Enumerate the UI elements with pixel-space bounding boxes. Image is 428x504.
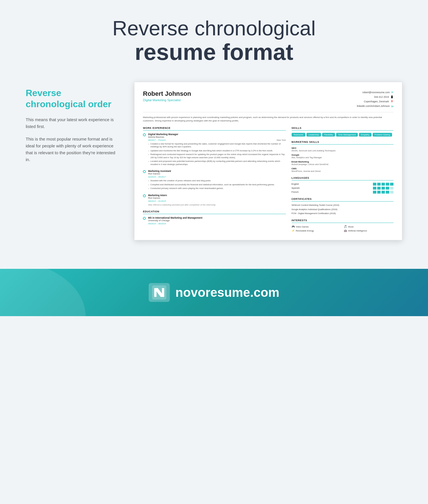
- work-experience-section-title: WORK EXPERIENCE: [143, 127, 286, 131]
- contact-linkedin: linkedin.com/in/robert.Johnson in: [357, 104, 393, 109]
- edu-dot-1: [143, 217, 146, 220]
- resume-right-column: SKILLS Teamwork Leadership Flexibility T…: [292, 127, 394, 232]
- contact-email-text: robert@novoresume.com: [362, 90, 390, 95]
- resume-name: Robert Johnson: [143, 90, 191, 97]
- bar-2: [377, 187, 381, 190]
- marketing-skill-email: Email Marketing ActiveCampaign, Litmus a…: [292, 160, 394, 166]
- language-spanish-bars: [373, 187, 393, 190]
- job-title-1: Digital Marketing Manager: [148, 133, 286, 136]
- language-spanish-label: Spanish: [292, 187, 306, 189]
- degree-1: MS in International Marketing and Manage…: [148, 216, 286, 219]
- left-description-1: This means that your latest work experie…: [26, 116, 117, 130]
- interest-video-games-label: Video Games: [296, 225, 309, 228]
- company-2: Riot Games: [148, 172, 286, 175]
- bar-3: [381, 191, 385, 194]
- phone-icon: 📱: [390, 95, 393, 99]
- bar-2: [377, 191, 381, 194]
- bullet-2-2: Compiled and distributed successfully th…: [148, 183, 286, 186]
- footer: novoresume.com: [0, 269, 428, 316]
- bar-5: [390, 191, 393, 194]
- work-dot-3: [143, 194, 146, 197]
- bar-5: [390, 183, 393, 186]
- edu-item-1: MS in International Marketing and Manage…: [143, 216, 286, 226]
- contact-location-text: Copenhagen, Denmark: [364, 99, 389, 104]
- interest-ai-label: Artificial Intelligence: [348, 229, 367, 232]
- bar-5: [390, 187, 393, 190]
- bar-1: [373, 187, 376, 190]
- school-1: University of Chicago: [148, 219, 286, 222]
- language-english: English: [292, 183, 394, 186]
- marketing-skill-seo: SEO Ahrefs, Semrush and Link-building Te…: [292, 147, 394, 152]
- skill-flexibility: Flexibility: [322, 133, 335, 137]
- header-title-light: Reverse chronological: [6, 17, 422, 40]
- resume-contact: robert@novoresume.com ✉ 044 412 2019 📱 C…: [357, 90, 393, 109]
- bar-4: [386, 191, 389, 194]
- music-icon: 🎵: [344, 225, 347, 228]
- language-spanish: Spanish: [292, 187, 394, 190]
- language-french: French: [292, 191, 394, 194]
- work-item-3: Marketing Intern Riot Games 08/2014 – 01…: [143, 194, 286, 206]
- resume-summary: Marketing professional with proven exper…: [143, 116, 393, 123]
- language-french-label: French: [292, 191, 306, 193]
- work-content-2: Marketing Assistant Riot Games 02/2015 –…: [148, 170, 286, 191]
- interests-grid: 🎮 Video Games 🎵 Music ⚡ Renewable Energy…: [292, 225, 394, 232]
- location-icon: 📍: [390, 99, 393, 104]
- novoresume-logo: [149, 283, 170, 302]
- skill-teamwork: Teamwork: [292, 133, 305, 137]
- work-item-2: Marketing Assistant Riot Games 02/2015 –…: [143, 170, 286, 191]
- main-content: Reverse chronological order This means t…: [14, 76, 414, 257]
- job-title-2: Marketing Assistant: [148, 170, 286, 172]
- interest-renewable-energy: ⚡ Renewable Energy: [292, 229, 341, 232]
- linkedin-icon: in: [391, 104, 393, 109]
- skills-tags: Teamwork Leadership Flexibility Time Man…: [292, 133, 394, 137]
- education-section-title: EDUCATION: [143, 210, 286, 214]
- contact-phone: 044 412 2019 📱: [357, 95, 393, 99]
- bar-3: [381, 183, 385, 186]
- resume-body: WORK EXPERIENCE Digital Marketing Manage…: [143, 127, 393, 232]
- date-3: 08/2014 – 01/2015: [148, 200, 166, 202]
- work-item-1: Digital Marketing Manager Astoria Baumax…: [143, 133, 286, 167]
- interest-ai: 🤖 Artificial Intelligence: [344, 229, 393, 232]
- bullet-2-3: Conducted primary research with users pl…: [148, 187, 286, 190]
- date-row-1: 06/2017 – Present New York: [148, 139, 286, 141]
- contact-email: robert@novoresume.com ✉: [357, 90, 393, 95]
- bullet-1-1: Created a new format for reporting and p…: [148, 143, 286, 149]
- contact-location: Copenhagen, Denmark 📍: [357, 99, 393, 104]
- cert-1: SEMrush Content Marketing Toolkit Course…: [292, 204, 394, 207]
- resume-header: Robert Johnson Digital Marketing Special…: [143, 90, 393, 112]
- header-title-bold: resume format: [6, 40, 422, 65]
- interests-section-title: INTERESTS: [292, 219, 394, 223]
- certificates-section-title: CERTIFICATES: [292, 198, 394, 202]
- cert-2: Google Analytics Individual Qualificatio…: [292, 208, 394, 211]
- skill-problem-solving: Problem Solving: [373, 133, 392, 137]
- footer-decoration: [0, 269, 86, 316]
- cert-3: PCM - Digital Management Certification (…: [292, 212, 394, 215]
- resume-identity: Robert Johnson Digital Marketing Special…: [143, 90, 191, 102]
- bullet-1-2: Updated and monitored the Bid Strategy i…: [148, 149, 286, 153]
- marketing-skill-google: Google Ads, Analytics and Tag Manager: [292, 154, 394, 159]
- resume-job-title: Digital Marketing Specialist: [143, 98, 191, 102]
- marketing-skills-section-title: MARKETING SKILLS: [292, 141, 394, 145]
- company-3: Riot Games: [148, 197, 286, 199]
- resume-left-column: WORK EXPERIENCE Digital Marketing Manage…: [143, 127, 286, 232]
- page-header: Reverse chronological resume format: [0, 0, 428, 76]
- interest-renewable-energy-label: Renewable Energy: [296, 229, 314, 232]
- bullet-1-4: Located and proposed new potential busin…: [148, 160, 286, 166]
- date-row-3: 08/2014 – 01/2015: [148, 200, 286, 202]
- bar-1: [373, 191, 376, 194]
- bar-1: [373, 183, 376, 186]
- date-row-2: 02/2015 – 05/2017: [148, 176, 286, 178]
- skill-leadership: Leadership: [306, 133, 321, 137]
- left-description-2: This is the most popular resume format a…: [26, 136, 117, 163]
- location-1: New York: [277, 139, 286, 141]
- skill-empathy: Empathy: [359, 133, 372, 137]
- skills-section-title: SKILLS: [292, 127, 394, 131]
- footer-brand: novoresume.com: [175, 285, 279, 300]
- interest-music: 🎵 Music: [344, 225, 393, 228]
- marketing-skill-cms: CMS WordPress, Joomla and Ghost: [292, 167, 394, 172]
- email-icon: ✉: [391, 90, 393, 95]
- interest-music-label: Music: [348, 225, 354, 228]
- renewable-energy-icon: ⚡: [292, 229, 295, 232]
- contact-linkedin-text: linkedin.com/in/robert.Johnson: [357, 104, 390, 108]
- work-dot-2: [143, 170, 146, 173]
